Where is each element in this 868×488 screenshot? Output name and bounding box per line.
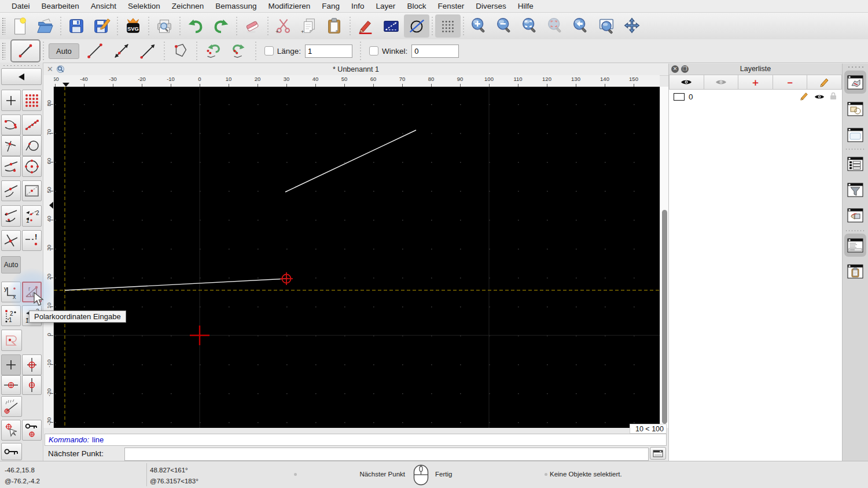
relative-zero-marker-button[interactable]: [22, 354, 42, 375]
selection-filter-dock-button[interactable]: [844, 178, 866, 201]
hide-all-layers-button[interactable]: [704, 75, 739, 90]
zoom-in-button[interactable]: [466, 14, 492, 38]
print-preview-button[interactable]: [152, 14, 177, 38]
menu-item-info[interactable]: Info: [345, 2, 370, 10]
save-button[interactable]: [64, 14, 89, 38]
snap-intersection-manual-button[interactable]: !: [22, 230, 42, 251]
menu-item-fenster[interactable]: Fenster: [432, 2, 470, 10]
edit-layer-button[interactable]: [807, 75, 842, 90]
menu-item-fang[interactable]: Fang: [316, 2, 345, 10]
dock-handle[interactable]: [847, 66, 863, 68]
zoom-previous-button[interactable]: [568, 14, 594, 38]
cut-button[interactable]: +: [271, 14, 296, 38]
restrict-orthogonal-button[interactable]: [1, 205, 21, 227]
save-as-button[interactable]: [89, 14, 115, 38]
menu-item-modifizieren[interactable]: Modifizieren: [263, 2, 317, 10]
cartesian-coordinates-button[interactable]: yx: [1, 282, 21, 302]
snap-reference-button[interactable]: [1, 420, 21, 441]
layer-list-dock-button[interactable]: [844, 71, 866, 94]
drawing-canvas[interactable]: [54, 87, 660, 428]
snap-tangent-button[interactable]: [22, 135, 42, 156]
menu-item-datei[interactable]: Datei: [6, 2, 36, 10]
set-relative-zero-button[interactable]: [1, 354, 21, 375]
snap-perpendicular-button[interactable]: [1, 135, 21, 156]
menu-item-layer[interactable]: Layer: [370, 2, 402, 10]
redo-segment-button[interactable]: [226, 40, 253, 62]
menu-item-bearbeiten[interactable]: Bearbeiten: [36, 2, 85, 10]
menu-item-ansicht[interactable]: Ansicht: [85, 2, 122, 10]
line-two-points-button[interactable]: [82, 40, 108, 62]
menu-item-hilfe[interactable]: Hilfe: [512, 2, 539, 10]
scrollbar-thumb[interactable]: [662, 210, 667, 424]
restrict-horizontal-button[interactable]: [1, 375, 21, 395]
zoom-auto-button[interactable]: [517, 14, 543, 38]
polyline-button[interactable]: [167, 40, 194, 62]
new-document-button[interactable]: [7, 14, 32, 38]
clipboard-dock-button[interactable]: [844, 260, 866, 283]
coordinate-auto-button[interactable]: Auto: [1, 256, 21, 273]
angle-input[interactable]: [411, 45, 459, 58]
grid-toggle[interactable]: [435, 14, 461, 38]
layer-lock-icon[interactable]: [830, 92, 837, 102]
command-focus-button[interactable]: [650, 447, 666, 460]
delete-button[interactable]: [240, 14, 265, 38]
command-line-dock-button[interactable]: [844, 234, 866, 257]
polar-coordinates-button[interactable]: ra: [22, 282, 42, 302]
restrict-horizontal-vertical-button[interactable]: 21: [22, 205, 42, 227]
remove-layer-button[interactable]: －: [773, 75, 808, 90]
undo-button[interactable]: [183, 14, 208, 38]
paste-button[interactable]: [322, 14, 347, 38]
library-browser-dock-button[interactable]: [844, 123, 866, 146]
snap-on-entity-button[interactable]: [22, 114, 42, 135]
snap-middle-button[interactable]: [1, 156, 21, 177]
drawing-preferences-button[interactable]: [353, 14, 378, 38]
menu-item-bemassung[interactable]: Bemassung: [209, 2, 262, 10]
angle-checkbox[interactable]: [369, 46, 378, 56]
menu-item-zeichnen[interactable]: Zeichnen: [166, 2, 210, 10]
layer-edit-icon[interactable]: [800, 91, 809, 103]
detach-panel-button[interactable]: ❐: [681, 65, 689, 73]
line-tool-current-button[interactable]: [10, 39, 41, 62]
menu-item-selektion[interactable]: Selektion: [122, 2, 166, 10]
property-list-dock-button[interactable]: [844, 152, 866, 175]
snap-distance-button[interactable]: [22, 180, 42, 201]
pan-button[interactable]: [619, 14, 645, 38]
undo-segment-button[interactable]: [200, 40, 226, 62]
snap-nearest-button[interactable]: [1, 180, 21, 201]
snap-grid-button[interactable]: [22, 90, 42, 111]
line-horizontal-button[interactable]: [135, 40, 161, 62]
snap-endpoints-button[interactable]: [1, 114, 21, 135]
vertical-scrollbar[interactable]: [660, 87, 668, 428]
copy-button[interactable]: +: [296, 14, 322, 38]
relative-cartesian-button[interactable]: 21: [1, 305, 21, 326]
restrict-angle-button[interactable]: [1, 396, 22, 417]
layer-row[interactable]: 0: [669, 91, 842, 103]
open-document-button[interactable]: [32, 14, 58, 38]
close-panel-button[interactable]: ✕: [671, 65, 679, 73]
redo-button[interactable]: [208, 14, 234, 38]
toolbar-handle[interactable]: [2, 42, 5, 60]
snap-intersection-button[interactable]: [1, 230, 21, 251]
pen-settings-button[interactable]: [378, 14, 404, 38]
restrict-vertical-button[interactable]: [22, 375, 42, 395]
add-layer-button[interactable]: ＋: [738, 75, 773, 90]
lock-position-button[interactable]: [1, 443, 22, 460]
command-input[interactable]: [124, 448, 649, 461]
lock-relative-zero-button[interactable]: [22, 420, 42, 441]
block-list-dock-button[interactable]: [844, 97, 866, 120]
toolbar-handle[interactable]: [2, 17, 5, 35]
zoom-selection-button[interactable]: [543, 14, 568, 38]
draft-mode-toggle[interactable]: [404, 14, 429, 38]
menu-item-diverses[interactable]: Diverses: [470, 2, 512, 10]
palette-handle[interactable]: [2, 64, 39, 67]
show-all-layers-button[interactable]: [669, 75, 704, 90]
svg-export-button[interactable]: SVG: [120, 14, 146, 38]
zoom-window-button[interactable]: [594, 14, 619, 38]
line-angle-button[interactable]: [108, 40, 135, 62]
length-input[interactable]: [305, 45, 352, 58]
line-auto-button[interactable]: Auto: [49, 43, 79, 59]
snap-free-button[interactable]: [1, 90, 21, 111]
menu-item-block[interactable]: Block: [401, 2, 432, 10]
length-checkbox[interactable]: [264, 46, 274, 56]
zoom-out-button[interactable]: [492, 14, 517, 38]
